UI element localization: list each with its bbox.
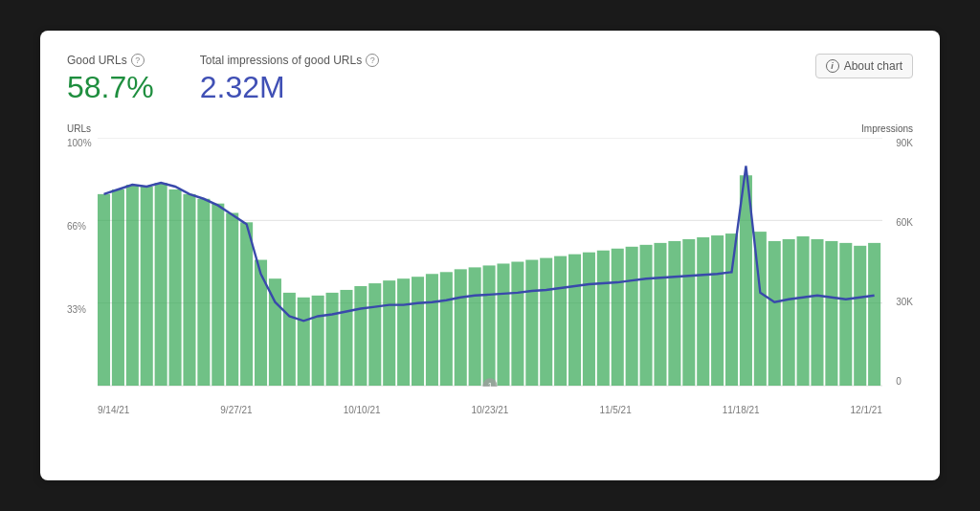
svg-rect-58 <box>868 243 880 386</box>
chart-wrapper: URLs Impressions 100% 66% 33% 90K 60K 30… <box>67 123 913 415</box>
left-axis: 100% 66% 33% <box>67 138 92 387</box>
svg-rect-29 <box>455 270 467 387</box>
svg-rect-22 <box>354 286 367 386</box>
svg-rect-51 <box>768 241 781 386</box>
right-label-30k: 30K <box>896 297 913 307</box>
svg-rect-52 <box>783 239 795 386</box>
svg-rect-25 <box>397 278 410 386</box>
svg-rect-54 <box>811 239 823 386</box>
main-card: Good URLs ? 58.7% Total impressions of g… <box>40 31 940 480</box>
good-urls-label: Good URLs ? <box>67 54 154 67</box>
right-label-0: 0 <box>896 376 913 387</box>
svg-rect-33 <box>511 262 523 387</box>
svg-rect-17 <box>283 293 296 386</box>
chart-area: 100% 66% 33% 90K 60K 30K 0 <box>67 138 913 415</box>
svg-rect-53 <box>797 236 810 386</box>
svg-rect-8 <box>155 183 167 386</box>
svg-rect-9 <box>169 189 182 386</box>
svg-rect-32 <box>497 264 509 387</box>
svg-rect-40 <box>612 249 624 386</box>
svg-rect-5 <box>112 189 124 386</box>
total-impressions-metric: Total impressions of good URLs ? 2.32M <box>200 54 379 104</box>
svg-rect-10 <box>183 194 195 386</box>
left-label-33: 33% <box>67 304 92 315</box>
svg-text:1: 1 <box>487 380 492 387</box>
svg-rect-35 <box>540 258 552 386</box>
svg-rect-4 <box>98 194 110 386</box>
x-label-1118: 11/18/21 <box>723 405 760 415</box>
svg-rect-26 <box>412 277 424 386</box>
right-axis: 90K 60K 30K 0 <box>896 138 913 387</box>
svg-rect-46 <box>697 237 709 386</box>
good-urls-label-text: Good URLs <box>67 54 127 67</box>
metrics-row: Good URLs ? 58.7% Total impressions of g… <box>67 54 913 104</box>
svg-rect-47 <box>711 235 724 386</box>
svg-rect-27 <box>426 274 438 386</box>
svg-rect-18 <box>298 298 310 386</box>
svg-rect-15 <box>255 260 267 386</box>
left-label-100: 100% <box>67 138 92 148</box>
total-impressions-label-text: Total impressions of good URLs <box>200 54 362 67</box>
svg-rect-43 <box>654 243 666 386</box>
right-label-60k: 60K <box>896 217 913 228</box>
about-chart-label: About chart <box>844 59 902 73</box>
svg-rect-44 <box>668 241 680 386</box>
svg-rect-37 <box>568 255 581 386</box>
svg-rect-19 <box>312 296 324 386</box>
good-urls-help-icon[interactable]: ? <box>131 54 145 67</box>
x-label-115: 11/5/21 <box>599 405 631 415</box>
svg-rect-55 <box>825 241 837 386</box>
total-impressions-label: Total impressions of good URLs ? <box>200 54 379 67</box>
svg-rect-20 <box>326 293 339 386</box>
chart-top-labels: URLs Impressions <box>67 123 913 136</box>
svg-rect-36 <box>554 256 567 386</box>
svg-rect-6 <box>126 185 139 386</box>
svg-rect-23 <box>368 283 381 386</box>
svg-rect-28 <box>440 272 453 386</box>
total-impressions-value: 2.32M <box>200 71 379 104</box>
svg-rect-30 <box>469 268 481 387</box>
svg-rect-39 <box>597 251 610 386</box>
svg-rect-13 <box>226 213 238 387</box>
chart-svg: 1 <box>98 138 882 387</box>
svg-rect-41 <box>626 247 638 386</box>
left-axis-title: URLs <box>67 123 91 134</box>
svg-rect-56 <box>839 243 852 386</box>
right-label-90k: 90K <box>896 138 913 148</box>
x-label-121: 12/1/21 <box>851 405 882 415</box>
x-label-1010: 10/10/21 <box>344 405 381 415</box>
right-axis-title: Impressions <box>861 123 913 134</box>
svg-rect-38 <box>583 253 595 386</box>
about-chart-button[interactable]: i About chart <box>815 54 913 78</box>
svg-rect-11 <box>197 199 210 386</box>
svg-rect-7 <box>141 187 153 386</box>
x-label-927: 9/27/21 <box>220 405 252 415</box>
x-label-914: 9/14/21 <box>98 405 129 415</box>
svg-rect-48 <box>725 233 738 386</box>
svg-rect-57 <box>854 246 866 386</box>
svg-rect-31 <box>483 266 496 387</box>
svg-rect-42 <box>640 245 653 386</box>
x-axis-labels: 9/14/21 9/27/21 10/10/21 10/23/21 11/5/2… <box>98 405 882 415</box>
svg-rect-34 <box>525 260 538 386</box>
svg-rect-24 <box>383 280 395 386</box>
svg-rect-12 <box>212 204 224 386</box>
good-urls-metric: Good URLs ? 58.7% <box>67 54 154 104</box>
svg-rect-21 <box>340 290 352 386</box>
left-label-66: 66% <box>67 221 92 232</box>
good-urls-value: 58.7% <box>67 71 154 104</box>
svg-rect-14 <box>240 222 253 386</box>
info-icon: i <box>826 59 839 73</box>
total-impressions-help-icon[interactable]: ? <box>366 54 379 67</box>
x-label-1023: 10/23/21 <box>472 405 509 415</box>
svg-rect-45 <box>682 239 695 386</box>
